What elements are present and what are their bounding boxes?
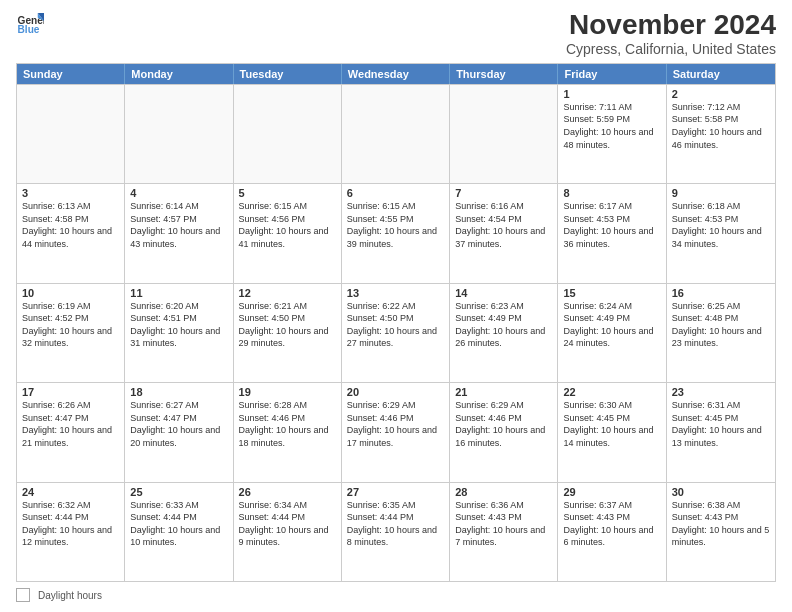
day-header: Saturday bbox=[667, 64, 775, 84]
day-number: 27 bbox=[347, 486, 444, 498]
day-info: Sunrise: 6:21 AMSunset: 4:50 PMDaylight:… bbox=[239, 300, 336, 350]
calendar-cell: 6Sunrise: 6:15 AMSunset: 4:55 PMDaylight… bbox=[342, 184, 450, 282]
day-number: 11 bbox=[130, 287, 227, 299]
day-info: Sunrise: 6:29 AMSunset: 4:46 PMDaylight:… bbox=[347, 399, 444, 449]
calendar-cell: 5Sunrise: 6:15 AMSunset: 4:56 PMDaylight… bbox=[234, 184, 342, 282]
calendar-cell: 16Sunrise: 6:25 AMSunset: 4:48 PMDayligh… bbox=[667, 284, 775, 382]
day-info: Sunrise: 6:15 AMSunset: 4:55 PMDaylight:… bbox=[347, 200, 444, 250]
calendar-row: 10Sunrise: 6:19 AMSunset: 4:52 PMDayligh… bbox=[17, 283, 775, 382]
day-info: Sunrise: 6:14 AMSunset: 4:57 PMDaylight:… bbox=[130, 200, 227, 250]
calendar-cell: 28Sunrise: 6:36 AMSunset: 4:43 PMDayligh… bbox=[450, 483, 558, 581]
day-info: Sunrise: 6:23 AMSunset: 4:49 PMDaylight:… bbox=[455, 300, 552, 350]
day-info: Sunrise: 7:12 AMSunset: 5:58 PMDaylight:… bbox=[672, 101, 770, 151]
day-info: Sunrise: 6:27 AMSunset: 4:47 PMDaylight:… bbox=[130, 399, 227, 449]
day-number: 28 bbox=[455, 486, 552, 498]
day-info: Sunrise: 6:28 AMSunset: 4:46 PMDaylight:… bbox=[239, 399, 336, 449]
day-number: 16 bbox=[672, 287, 770, 299]
legend: Daylight hours bbox=[16, 588, 776, 602]
page: General Blue November 2024 Cypress, Cali… bbox=[0, 0, 792, 612]
calendar-cell bbox=[234, 85, 342, 183]
day-number: 25 bbox=[130, 486, 227, 498]
day-info: Sunrise: 6:26 AMSunset: 4:47 PMDaylight:… bbox=[22, 399, 119, 449]
day-header: Monday bbox=[125, 64, 233, 84]
day-info: Sunrise: 6:35 AMSunset: 4:44 PMDaylight:… bbox=[347, 499, 444, 549]
calendar-row: 17Sunrise: 6:26 AMSunset: 4:47 PMDayligh… bbox=[17, 382, 775, 481]
calendar-cell bbox=[450, 85, 558, 183]
day-header: Friday bbox=[558, 64, 666, 84]
day-header: Thursday bbox=[450, 64, 558, 84]
day-number: 22 bbox=[563, 386, 660, 398]
day-number: 7 bbox=[455, 187, 552, 199]
day-info: Sunrise: 6:30 AMSunset: 4:45 PMDaylight:… bbox=[563, 399, 660, 449]
calendar-cell: 27Sunrise: 6:35 AMSunset: 4:44 PMDayligh… bbox=[342, 483, 450, 581]
calendar-cell: 30Sunrise: 6:38 AMSunset: 4:43 PMDayligh… bbox=[667, 483, 775, 581]
calendar-cell: 20Sunrise: 6:29 AMSunset: 4:46 PMDayligh… bbox=[342, 383, 450, 481]
day-number: 29 bbox=[563, 486, 660, 498]
day-header: Wednesday bbox=[342, 64, 450, 84]
day-header: Sunday bbox=[17, 64, 125, 84]
calendar-cell: 15Sunrise: 6:24 AMSunset: 4:49 PMDayligh… bbox=[558, 284, 666, 382]
day-number: 12 bbox=[239, 287, 336, 299]
calendar-cell bbox=[342, 85, 450, 183]
day-number: 24 bbox=[22, 486, 119, 498]
day-info: Sunrise: 6:19 AMSunset: 4:52 PMDaylight:… bbox=[22, 300, 119, 350]
page-subtitle: Cypress, California, United States bbox=[566, 41, 776, 57]
day-number: 2 bbox=[672, 88, 770, 100]
calendar-row: 1Sunrise: 7:11 AMSunset: 5:59 PMDaylight… bbox=[17, 84, 775, 183]
day-number: 20 bbox=[347, 386, 444, 398]
day-number: 3 bbox=[22, 187, 119, 199]
calendar-cell bbox=[125, 85, 233, 183]
day-info: Sunrise: 6:13 AMSunset: 4:58 PMDaylight:… bbox=[22, 200, 119, 250]
day-number: 14 bbox=[455, 287, 552, 299]
day-number: 21 bbox=[455, 386, 552, 398]
calendar-cell: 3Sunrise: 6:13 AMSunset: 4:58 PMDaylight… bbox=[17, 184, 125, 282]
calendar-cell: 10Sunrise: 6:19 AMSunset: 4:52 PMDayligh… bbox=[17, 284, 125, 382]
legend-box bbox=[16, 588, 30, 602]
calendar-cell: 2Sunrise: 7:12 AMSunset: 5:58 PMDaylight… bbox=[667, 85, 775, 183]
title-block: November 2024 Cypress, California, Unite… bbox=[566, 10, 776, 57]
calendar-cell: 24Sunrise: 6:32 AMSunset: 4:44 PMDayligh… bbox=[17, 483, 125, 581]
logo-icon: General Blue bbox=[16, 10, 44, 38]
day-number: 26 bbox=[239, 486, 336, 498]
svg-text:Blue: Blue bbox=[18, 24, 40, 35]
calendar-cell: 1Sunrise: 7:11 AMSunset: 5:59 PMDaylight… bbox=[558, 85, 666, 183]
day-info: Sunrise: 6:15 AMSunset: 4:56 PMDaylight:… bbox=[239, 200, 336, 250]
calendar-cell: 25Sunrise: 6:33 AMSunset: 4:44 PMDayligh… bbox=[125, 483, 233, 581]
day-number: 8 bbox=[563, 187, 660, 199]
day-info: Sunrise: 6:32 AMSunset: 4:44 PMDaylight:… bbox=[22, 499, 119, 549]
day-info: Sunrise: 6:37 AMSunset: 4:43 PMDaylight:… bbox=[563, 499, 660, 549]
calendar-cell: 19Sunrise: 6:28 AMSunset: 4:46 PMDayligh… bbox=[234, 383, 342, 481]
calendar-cell: 23Sunrise: 6:31 AMSunset: 4:45 PMDayligh… bbox=[667, 383, 775, 481]
day-info: Sunrise: 6:20 AMSunset: 4:51 PMDaylight:… bbox=[130, 300, 227, 350]
day-number: 4 bbox=[130, 187, 227, 199]
calendar-body: 1Sunrise: 7:11 AMSunset: 5:59 PMDaylight… bbox=[17, 84, 775, 581]
calendar-cell: 8Sunrise: 6:17 AMSunset: 4:53 PMDaylight… bbox=[558, 184, 666, 282]
day-number: 6 bbox=[347, 187, 444, 199]
day-info: Sunrise: 6:24 AMSunset: 4:49 PMDaylight:… bbox=[563, 300, 660, 350]
calendar-cell: 4Sunrise: 6:14 AMSunset: 4:57 PMDaylight… bbox=[125, 184, 233, 282]
page-title: November 2024 bbox=[566, 10, 776, 41]
calendar-row: 24Sunrise: 6:32 AMSunset: 4:44 PMDayligh… bbox=[17, 482, 775, 581]
day-info: Sunrise: 6:31 AMSunset: 4:45 PMDaylight:… bbox=[672, 399, 770, 449]
day-info: Sunrise: 6:22 AMSunset: 4:50 PMDaylight:… bbox=[347, 300, 444, 350]
calendar-cell: 17Sunrise: 6:26 AMSunset: 4:47 PMDayligh… bbox=[17, 383, 125, 481]
day-info: Sunrise: 6:18 AMSunset: 4:53 PMDaylight:… bbox=[672, 200, 770, 250]
calendar-cell: 13Sunrise: 6:22 AMSunset: 4:50 PMDayligh… bbox=[342, 284, 450, 382]
legend-label: Daylight hours bbox=[38, 590, 102, 601]
day-info: Sunrise: 6:29 AMSunset: 4:46 PMDaylight:… bbox=[455, 399, 552, 449]
calendar: SundayMondayTuesdayWednesdayThursdayFrid… bbox=[16, 63, 776, 582]
day-info: Sunrise: 6:38 AMSunset: 4:43 PMDaylight:… bbox=[672, 499, 770, 549]
calendar-cell: 9Sunrise: 6:18 AMSunset: 4:53 PMDaylight… bbox=[667, 184, 775, 282]
day-info: Sunrise: 6:25 AMSunset: 4:48 PMDaylight:… bbox=[672, 300, 770, 350]
calendar-row: 3Sunrise: 6:13 AMSunset: 4:58 PMDaylight… bbox=[17, 183, 775, 282]
day-number: 19 bbox=[239, 386, 336, 398]
header: General Blue November 2024 Cypress, Cali… bbox=[16, 10, 776, 57]
day-info: Sunrise: 6:34 AMSunset: 4:44 PMDaylight:… bbox=[239, 499, 336, 549]
calendar-cell: 12Sunrise: 6:21 AMSunset: 4:50 PMDayligh… bbox=[234, 284, 342, 382]
calendar-cell: 11Sunrise: 6:20 AMSunset: 4:51 PMDayligh… bbox=[125, 284, 233, 382]
day-info: Sunrise: 7:11 AMSunset: 5:59 PMDaylight:… bbox=[563, 101, 660, 151]
day-number: 18 bbox=[130, 386, 227, 398]
day-number: 10 bbox=[22, 287, 119, 299]
calendar-cell bbox=[17, 85, 125, 183]
calendar-cell: 22Sunrise: 6:30 AMSunset: 4:45 PMDayligh… bbox=[558, 383, 666, 481]
